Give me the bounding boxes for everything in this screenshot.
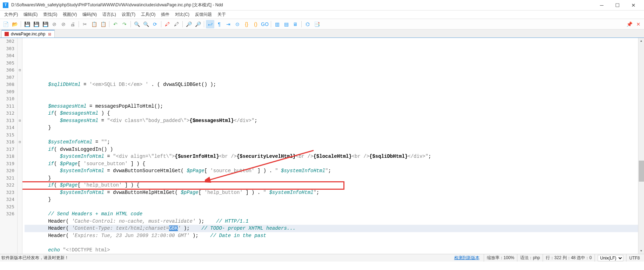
- minimize-button[interactable]: ─: [594, 0, 610, 10]
- bracket2-icon[interactable]: (): [251, 20, 260, 28]
- fold-marker[interactable]: ⊟: [18, 139, 22, 146]
- code-line[interactable]: [25, 239, 638, 247]
- open-file-icon[interactable]: 📂: [11, 20, 19, 28]
- file-tab[interactable]: dvwaPage.inc.php ⊠: [1, 30, 55, 38]
- close-all-icon[interactable]: ⊘: [59, 20, 68, 28]
- menu-C[interactable]: 对比(C): [172, 11, 192, 18]
- fold-marker: [18, 110, 22, 117]
- code-line[interactable]: $sqliDbHtml = '<em>SQLi DB:</em> ' . ( d…: [25, 81, 638, 88]
- code-line[interactable]: if( dvwaIsLoggedIn() ): [25, 146, 638, 153]
- code-line[interactable]: echo "<!DOCTYPE html>: [25, 247, 638, 254]
- menu-插件[interactable]: 插件: [158, 11, 172, 18]
- find-icon[interactable]: 🔎: [185, 20, 193, 28]
- split2-icon[interactable]: ▤: [282, 20, 290, 28]
- save-icon[interactable]: 💾: [23, 20, 31, 28]
- fold-marker: [18, 196, 22, 203]
- scrollbar-thumb[interactable]: [639, 161, 644, 182]
- guide-icon[interactable]: ⊙: [233, 20, 242, 28]
- undo-icon[interactable]: ↶: [111, 20, 120, 28]
- fold-marker: [18, 103, 22, 110]
- check-update-link[interactable]: 检测到新版本: [454, 255, 479, 261]
- save-all-icon[interactable]: 💾: [32, 20, 40, 28]
- fold-marker: [18, 160, 22, 168]
- save-as-icon[interactable]: 💾: [41, 20, 49, 28]
- redo-icon[interactable]: ↷: [120, 20, 129, 28]
- fold-gutter[interactable]: ⊟⊟⊟: [18, 38, 22, 254]
- indent-icon[interactable]: ⇥: [224, 20, 233, 28]
- wrap-icon[interactable]: ⮐: [206, 20, 214, 28]
- tree-icon[interactable]: ⌬: [303, 20, 312, 28]
- code-line[interactable]: [25, 254, 638, 254]
- split-icon[interactable]: ▥: [273, 20, 281, 28]
- code-area[interactable]: $sqliDbHtml = '<em>SQLi DB:</em> ' . ( d…: [22, 38, 638, 254]
- code-line[interactable]: $systemInfoHtml = "";: [25, 139, 638, 146]
- scroll-up-icon[interactable]: ▲: [638, 38, 644, 44]
- go-icon[interactable]: GO: [261, 20, 269, 28]
- fold-marker: [18, 167, 22, 175]
- zoom-out-icon[interactable]: 🔍: [142, 20, 150, 28]
- editor[interactable]: 3023033043053063073083093103113123133143…: [0, 38, 644, 254]
- close-button[interactable]: ✕: [625, 0, 641, 10]
- code-line[interactable]: [25, 203, 638, 211]
- close-file-icon[interactable]: ⊘: [50, 20, 59, 28]
- code-line[interactable]: if( $pPage[ 'source_button' ] ) {: [25, 160, 638, 168]
- paste-icon[interactable]: 📋: [99, 20, 107, 28]
- code-line[interactable]: [25, 131, 638, 139]
- line-number: 317: [0, 146, 14, 153]
- zoom-in-icon[interactable]: 🔍: [133, 20, 141, 28]
- clear-highlight-icon[interactable]: 🖍: [172, 20, 181, 28]
- fold-marker: [18, 81, 22, 88]
- code-line[interactable]: $systemInfoHtml = "<div align=\"left\">{…: [25, 153, 638, 160]
- code-line[interactable]: if( $pPage[ 'help_button' ] ) {: [25, 182, 638, 189]
- bracket-icon[interactable]: {}: [242, 20, 251, 28]
- line-number: 320: [0, 167, 14, 175]
- close-tool-icon[interactable]: ✕: [634, 20, 643, 28]
- code-line[interactable]: $messagesHtml = messagesPopAllToHtml();: [25, 103, 638, 110]
- menu-O[interactable]: 工具(O): [138, 11, 158, 18]
- code-line[interactable]: $systemInfoHtml = dvwaButtonHelpHtmlGet(…: [25, 189, 638, 196]
- menu-反馈问题[interactable]: 反馈问题: [192, 11, 215, 18]
- code-line[interactable]: Header( 'Expires: Tue, 23 Jun 2009 12:00…: [25, 232, 638, 239]
- code-line[interactable]: }: [25, 196, 638, 203]
- menu-F[interactable]: 文件(F): [1, 11, 21, 18]
- vertical-scrollbar[interactable]: ▲ ▼: [638, 38, 644, 254]
- lineending-select[interactable]: Unix(LF): [595, 254, 626, 262]
- menu-L[interactable]: 语言(L): [100, 11, 119, 18]
- code-line[interactable]: [25, 95, 638, 103]
- menu-N[interactable]: 编码(N): [80, 11, 100, 18]
- replace-icon[interactable]: 🔎: [194, 20, 202, 28]
- code-line[interactable]: $messagesHtml = "<div class=\"body_padde…: [25, 117, 638, 124]
- monitor-icon[interactable]: 🖥: [291, 20, 300, 28]
- code-line[interactable]: }: [25, 175, 638, 182]
- cut-icon[interactable]: ✂: [81, 20, 89, 28]
- app-icon: T: [3, 2, 8, 8]
- new-file-icon[interactable]: 📄: [1, 20, 10, 28]
- code-line[interactable]: Header( 'Content-Type: text/html;charset…: [25, 225, 638, 232]
- pin-icon[interactable]: 📌: [625, 20, 633, 28]
- maximize-button[interactable]: ☐: [610, 0, 625, 10]
- code-line[interactable]: }: [25, 124, 638, 131]
- menu-E[interactable]: 编辑(E): [21, 11, 40, 18]
- paragraph-icon[interactable]: ¶: [215, 20, 223, 28]
- code-line[interactable]: // Send Headers + main HTML code: [25, 210, 638, 218]
- line-number: 307: [0, 74, 14, 81]
- code-line[interactable]: $systemInfoHtml = dvwaButtonSourceHtmlGe…: [25, 167, 638, 175]
- fold-marker[interactable]: ⊟: [18, 117, 22, 124]
- code-line[interactable]: if( $messagesHtml ) {: [25, 110, 638, 117]
- menu-关于[interactable]: 关于: [215, 11, 229, 18]
- fold-marker: [18, 146, 22, 153]
- code-line[interactable]: [25, 88, 638, 96]
- code-line[interactable]: Header( 'Cache-Control: no-cache, must-r…: [25, 218, 638, 225]
- tab-close-icon[interactable]: ⊠: [47, 32, 52, 36]
- fold-marker[interactable]: ⊟: [18, 67, 22, 74]
- doc-icon[interactable]: 📑: [313, 20, 321, 28]
- highlight-icon[interactable]: 🖍: [163, 20, 172, 28]
- menu-V[interactable]: 视图(V): [60, 11, 80, 18]
- fold-marker: [18, 52, 22, 60]
- menu-S[interactable]: 查找(S): [40, 11, 60, 18]
- scroll-down-icon[interactable]: ▼: [638, 248, 644, 254]
- sync-icon[interactable]: ⟳: [151, 20, 159, 28]
- print-icon[interactable]: 🖨: [68, 20, 77, 28]
- menu-T[interactable]: 设置(T): [119, 11, 138, 18]
- copy-icon[interactable]: 📋: [90, 20, 98, 28]
